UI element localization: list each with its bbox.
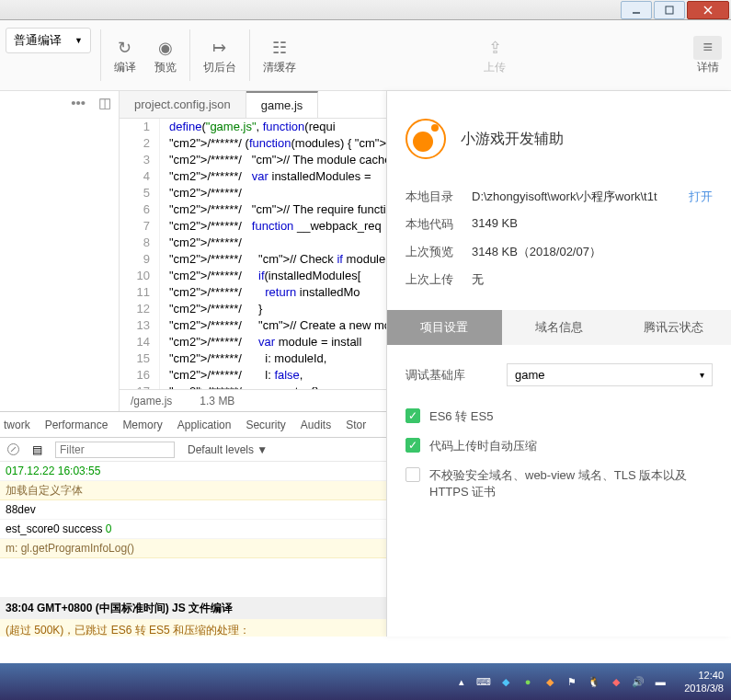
info-value: D:\zhongyisoft\work\小程序work\t1t bbox=[472, 189, 689, 205]
chevron-down-icon: ▾ bbox=[700, 370, 704, 380]
background-button[interactable]: ↦ 切后台 bbox=[194, 20, 246, 90]
checkbox-icon: ✓ bbox=[405, 438, 420, 453]
devtools-tab-application[interactable]: Application bbox=[177, 419, 232, 431]
panel-title: 小游戏开发辅助 bbox=[461, 130, 564, 149]
preview-label: 预览 bbox=[154, 60, 177, 75]
refresh-icon: ↻ bbox=[118, 36, 131, 60]
window-maximize-button[interactable] bbox=[654, 1, 685, 19]
window-titlebar bbox=[0, 0, 731, 20]
system-tray: ▴ ⌨ ◆ ● ◆ ⚑ 🐧 ◆ 🔊 ▬ 12:40 2018/3/8 bbox=[454, 669, 724, 694]
log-levels-dropdown[interactable]: Default levels ▼ bbox=[188, 443, 268, 456]
separator bbox=[189, 29, 190, 81]
caret-down-icon: ▼ bbox=[74, 36, 83, 45]
menu-icon: ≡ bbox=[693, 36, 722, 60]
checkbox-label: ES6 转 ES5 bbox=[429, 408, 493, 425]
devtools-tab-network[interactable]: twork bbox=[4, 419, 30, 431]
checkbox-es6[interactable]: ✓ ES6 转 ES5 bbox=[405, 408, 713, 425]
lib-select[interactable]: game ▾ bbox=[507, 363, 713, 386]
devtools-tab-storage[interactable]: Stor bbox=[346, 419, 366, 431]
clear-cache-label: 清缓存 bbox=[263, 60, 296, 75]
checkbox-noverify[interactable]: 不校验安全域名、web-view 域名、TLS 版本以及 HTTPS 证书 bbox=[405, 467, 713, 500]
info-label: 本地代码 bbox=[405, 216, 472, 233]
details-button[interactable]: ≡ 详情 bbox=[684, 20, 731, 90]
panel-tab-qcloud[interactable]: 腾讯云状态 bbox=[616, 310, 731, 345]
clear-cache-button[interactable]: ☷ 清缓存 bbox=[254, 20, 305, 90]
info-value: 无 bbox=[472, 271, 713, 288]
panel-tab-domain[interactable]: 域名信息 bbox=[502, 310, 617, 345]
details-label: 详情 bbox=[697, 60, 719, 75]
open-dir-link[interactable]: 打开 bbox=[689, 189, 713, 205]
preview-button[interactable]: ◉ 预览 bbox=[145, 20, 186, 90]
lib-row: 调试基础库 game ▾ bbox=[405, 363, 713, 386]
devtools-tab-memory[interactable]: Memory bbox=[122, 419, 162, 431]
taskbar-clock[interactable]: 12:40 2018/3/8 bbox=[684, 669, 724, 694]
tray-flag-icon[interactable]: ⚑ bbox=[565, 674, 579, 689]
compile-mode-label: 普通编译 bbox=[14, 32, 62, 49]
info-row-dir: 本地目录 D:\zhongyisoft\work\小程序work\t1t 打开 bbox=[405, 183, 713, 211]
tray-app-icon[interactable]: ◆ bbox=[543, 674, 557, 689]
tab-project-config[interactable]: project.config.json bbox=[120, 91, 246, 118]
tray-shield-icon[interactable]: ◆ bbox=[498, 674, 513, 689]
devtools-tab-audits[interactable]: Audits bbox=[301, 419, 331, 431]
tray-qq-icon[interactable]: 🐧 bbox=[587, 674, 601, 689]
clock-time: 12:40 bbox=[684, 669, 724, 682]
tray-wechat-icon[interactable]: ● bbox=[520, 674, 535, 689]
split-icon[interactable]: ◫ bbox=[98, 95, 111, 111]
checkbox-compress[interactable]: ✓ 代码上传时自动压缩 bbox=[405, 438, 713, 454]
info-row-upload: 上次上传 无 bbox=[405, 266, 713, 293]
window-minimize-button[interactable] bbox=[621, 1, 652, 19]
devtools-tab-performance[interactable]: Performance bbox=[45, 419, 109, 431]
checkbox-icon: ✓ bbox=[405, 408, 420, 423]
checkbox-icon bbox=[405, 467, 420, 482]
info-row-code: 本地代码 3149 KB bbox=[405, 211, 713, 238]
tray-volume-icon[interactable]: 🔊 bbox=[631, 674, 645, 689]
compile-mode-dropdown[interactable]: 普通编译 ▼ bbox=[6, 28, 91, 53]
clock-date: 2018/3/8 bbox=[684, 682, 724, 694]
info-row-preview: 上次预览 3148 KB（2018/02/07） bbox=[405, 238, 713, 266]
more-icon[interactable]: ••• bbox=[71, 95, 86, 110]
stack-icon: ☷ bbox=[272, 36, 287, 60]
checkbox-label: 不校验安全域名、web-view 域名、TLS 版本以及 HTTPS 证书 bbox=[429, 467, 713, 500]
checkbox-label: 代码上传时自动压缩 bbox=[429, 438, 537, 454]
tray-keyboard-icon[interactable]: ⌨ bbox=[476, 674, 491, 689]
app-logo-icon bbox=[405, 119, 446, 159]
compile-button[interactable]: ↻ 编译 bbox=[105, 20, 145, 90]
lib-label: 调试基础库 bbox=[405, 367, 507, 384]
tab-label: project.config.json bbox=[134, 98, 231, 111]
clear-console-icon[interactable] bbox=[7, 443, 19, 455]
separator bbox=[249, 29, 250, 81]
info-value: 3148 KB（2018/02/07） bbox=[472, 244, 713, 260]
info-label: 本地目录 bbox=[405, 189, 472, 205]
panel-tab-project[interactable]: 项目设置 bbox=[387, 310, 502, 345]
tray-app2-icon[interactable]: ◆ bbox=[609, 674, 623, 689]
eye-icon: ◉ bbox=[158, 36, 173, 60]
panel-info: 本地目录 D:\zhongyisoft\work\小程序work\t1t 打开 … bbox=[387, 183, 731, 310]
info-label: 上次上传 bbox=[405, 271, 472, 288]
background-label: 切后台 bbox=[203, 60, 236, 75]
console-filter-input[interactable] bbox=[55, 442, 175, 458]
taskbar: ▴ ⌨ ◆ ● ◆ ⚑ 🐧 ◆ 🔊 ▬ 12:40 2018/3/8 bbox=[0, 663, 731, 700]
upload-icon: ⇪ bbox=[488, 36, 502, 60]
lib-value: game bbox=[515, 368, 545, 382]
details-panel: 小游戏开发辅助 本地目录 D:\zhongyisoft\work\小程序work… bbox=[386, 91, 731, 637]
back-icon: ↦ bbox=[212, 36, 226, 60]
separator bbox=[100, 29, 101, 81]
toolbar: 普通编译 ▼ ↻ 编译 ◉ 预览 ↦ 切后台 ☷ 清缓存 ⇪ 上传 ≡ 详情 bbox=[0, 20, 731, 91]
tray-network-icon[interactable]: ▬ bbox=[653, 674, 668, 689]
devtools-tab-security[interactable]: Security bbox=[246, 419, 285, 431]
line-gutter: 1234567891011121314151617 bbox=[120, 119, 160, 389]
info-label: 上次预览 bbox=[405, 244, 472, 260]
upload-button[interactable]: ⇪ 上传 bbox=[474, 20, 515, 90]
tab-label: game.js bbox=[261, 98, 303, 112]
window-close-button[interactable] bbox=[687, 1, 729, 19]
tray-chevron-icon[interactable]: ▴ bbox=[454, 674, 469, 689]
compile-label: 编译 bbox=[114, 60, 136, 75]
sidebar-toggle-icon[interactable]: ▤ bbox=[32, 443, 42, 456]
left-sidebar: ••• ◫ bbox=[0, 91, 120, 411]
tab-game-js[interactable]: game.js bbox=[246, 91, 319, 118]
status-path: /game.js bbox=[131, 395, 172, 407]
panel-body: 调试基础库 game ▾ ✓ ES6 转 ES5 ✓ 代码上传时自动压缩 不校验… bbox=[387, 345, 731, 532]
info-value: 3149 KB bbox=[472, 216, 713, 233]
svg-rect-1 bbox=[666, 6, 673, 14]
panel-tabs: 项目设置 域名信息 腾讯云状态 bbox=[387, 310, 731, 345]
